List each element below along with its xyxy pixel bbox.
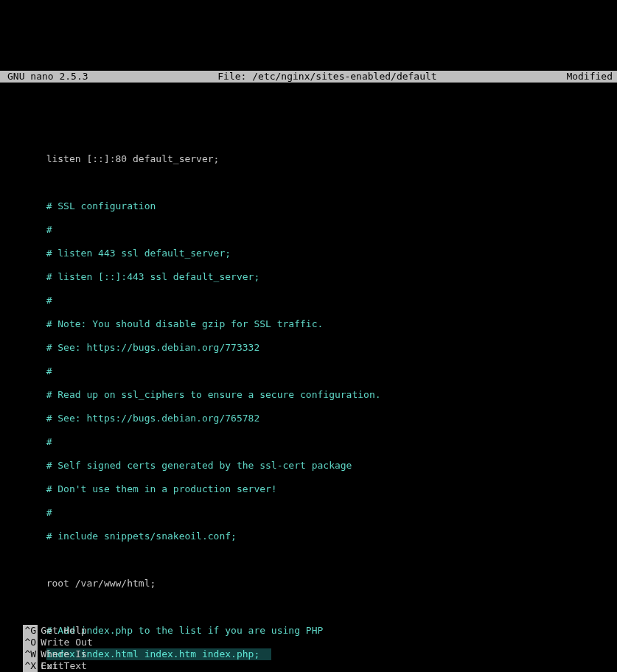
shortcut-key[interactable]: ^X — [23, 660, 38, 672]
shortcut-label: Get Help — [41, 625, 87, 636]
title-bar: GNU nano 2.5.3 File: /etc/nginx/sites-en… — [0, 71, 617, 83]
comment-line: # Don't use them in a production server! — [46, 483, 277, 494]
file-status: Modified — [566, 71, 617, 83]
shortcut-bar: ^GGet Help ^OWrite Out ^WWhere Is ^KCut … — [0, 589, 617, 672]
comment-line: # — [46, 436, 52, 447]
shortcut-row-1: ^GGet Help ^OWrite Out ^WWhere Is ^KCut … — [0, 613, 617, 625]
comment-line: # listen 443 ssl default_server; — [46, 248, 231, 259]
comment-line: # See: https://bugs.debian.org/773332 — [46, 342, 260, 353]
comment-line: # See: https://bugs.debian.org/765782 — [46, 413, 260, 424]
comment-line: # Self signed certs generated by the ssl… — [46, 460, 352, 471]
code-line: listen [::]:80 default_server; — [46, 153, 220, 164]
shortcut-key[interactable]: ^O — [23, 637, 38, 648]
shortcut-label: Where Is — [41, 648, 87, 659]
comment-line: # — [46, 224, 52, 235]
app-name: GNU nano 2.5.3 — [0, 71, 88, 83]
comment-line: # listen [::]:443 ssl default_server; — [46, 271, 260, 282]
code-line: root /var/www/html; — [46, 578, 156, 589]
comment-line: # — [46, 295, 52, 306]
shortcut-key[interactable]: ^G — [23, 625, 38, 637]
shortcut-label: Write Out — [41, 637, 92, 648]
comment-line: # Note: You should disable gzip for SSL … — [46, 318, 324, 329]
comment-line: # include snippets/snakeoil.conf; — [46, 531, 237, 542]
comment-line: # SSL configuration — [46, 200, 156, 211]
shortcut-key[interactable]: ^W — [23, 648, 38, 660]
comment-line: # — [46, 365, 52, 377]
comment-line: # Read up on ssl_ciphers to ensure a sec… — [46, 389, 381, 400]
shortcut-label: Exit — [41, 660, 63, 671]
comment-line: # — [46, 507, 52, 518]
file-name: File: /etc/nginx/sites-enabled/default — [88, 71, 567, 83]
